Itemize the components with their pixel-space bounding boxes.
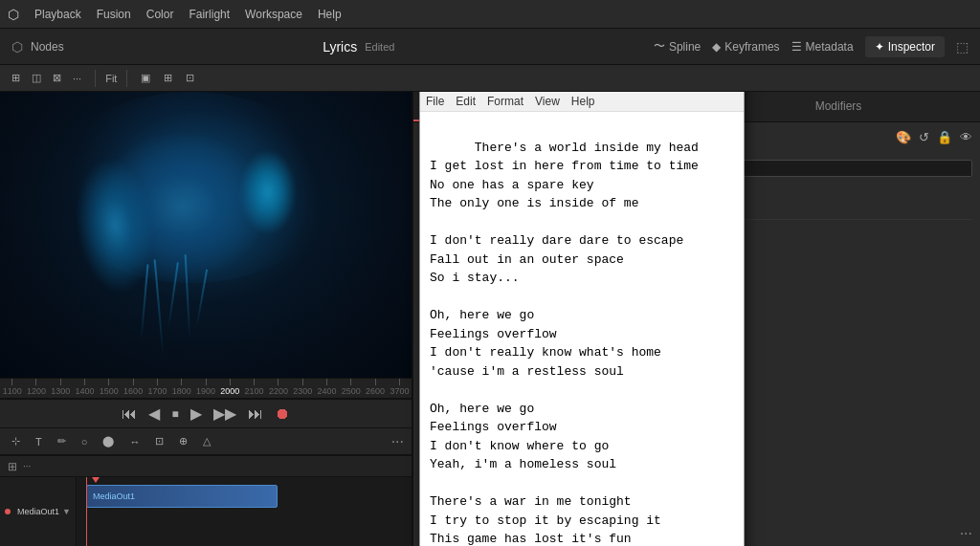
np-file-menu[interactable]: File (426, 95, 444, 108)
menu-fairlight[interactable]: Fairlight (189, 8, 230, 21)
notepad-content[interactable]: There's a world inside my head I get los… (420, 112, 744, 546)
crop-tool-button[interactable]: ⊡ (151, 433, 167, 449)
np-edit-menu[interactable]: Edit (456, 95, 476, 108)
track-clip[interactable]: MediaOut1 (86, 485, 278, 508)
metadata-icon: ☰ (791, 40, 802, 54)
toolbar-separator (95, 70, 96, 87)
tb-more-icon[interactable]: ··· (69, 71, 85, 86)
track-main[interactable]: MediaOut1 (77, 477, 412, 546)
ruler-mark: 1300 (49, 379, 73, 396)
menu-help[interactable]: Help (318, 8, 342, 21)
menu-color[interactable]: Color (146, 8, 174, 21)
node-color-picker-icon[interactable]: 🎨 (896, 130, 911, 144)
menu-playback[interactable]: Playback (34, 8, 81, 21)
ruler-mark: 2100 (242, 379, 266, 396)
tb-checkerboard-icon[interactable]: ⊠ (49, 70, 65, 86)
preview-canvas (0, 92, 412, 378)
tb-view-icon[interactable]: ◫ (28, 70, 45, 86)
text-tool-button[interactable]: T (32, 434, 46, 449)
ruler-mark: 2400 (315, 379, 339, 396)
video-preview (0, 92, 412, 378)
menu-fusion[interactable]: Fusion (97, 8, 131, 21)
inspector-button[interactable]: ✦ Inspector (865, 36, 945, 57)
metadata-button[interactable]: ☰ Metadata (791, 40, 854, 54)
inspector-icon: ✦ (875, 40, 884, 54)
prev-frame-button[interactable]: ◀ (148, 404, 160, 423)
play-button[interactable]: ▶ (190, 404, 202, 423)
next-frame-button[interactable]: ▶▶ (213, 404, 236, 423)
tb-layout-icon[interactable]: ⊞ (160, 70, 176, 86)
node-reset-icon[interactable]: ↺ (919, 130, 929, 144)
menu-workspace[interactable]: Workspace (245, 8, 302, 21)
skip-back-button[interactable]: ⏮ (122, 405, 137, 423)
np-view-menu[interactable]: View (535, 95, 560, 108)
main-area: 1100 1200 1300 1400 1500 1600 1700 1800 … (0, 92, 980, 546)
spline-button[interactable]: 〜 Spline (654, 38, 701, 55)
tb-grid-icon[interactable]: ⊞ (8, 70, 24, 86)
playhead (86, 477, 87, 546)
np-format-menu[interactable]: Format (487, 95, 523, 108)
tools-more-button[interactable]: ··· (391, 433, 404, 450)
node-action-icons: 🎨 ↺ 🔒 👁 (896, 130, 972, 144)
edited-badge: Edited (365, 41, 394, 53)
paint-tool-button[interactable]: ⬤ (99, 433, 118, 449)
shape-tool-button[interactable]: △ (199, 433, 214, 449)
nodes-label[interactable]: Nodes (31, 40, 64, 54)
ruler-mark: 1500 (97, 379, 121, 396)
ruler-mark: 1100 (0, 379, 24, 396)
lasso-tool-button[interactable]: ○ (78, 434, 92, 449)
track-label: MediaOut1 (17, 507, 59, 516)
maximize-icon[interactable]: ⬚ (956, 39, 969, 55)
skip-forward-button[interactable]: ⏭ (248, 405, 263, 423)
page-title: Lyrics (323, 39, 357, 55)
ruler-mark: 1400 (73, 379, 97, 396)
lyrics-text: There's a world inside my head I get los… (430, 141, 699, 547)
ruler-mark: 1600 (121, 379, 145, 396)
menu-bar: ⬡ Playback Fusion Color Fairlight Worksp… (0, 0, 980, 29)
timeline-header-label: ··· (23, 461, 31, 471)
ruler-mark: 1900 (193, 379, 217, 396)
transform-tool-button[interactable]: ↔ (125, 434, 144, 449)
record-button[interactable]: ⏺ (275, 405, 290, 423)
node-visibility-icon[interactable]: 👁 (960, 130, 972, 144)
left-panel: 1100 1200 1300 1400 1500 1600 1700 1800 … (0, 92, 412, 546)
ruler-mark: 2300 (291, 379, 315, 396)
node-lock-icon[interactable]: 🔒 (937, 130, 952, 144)
ruler-mark: 2200 (266, 379, 290, 396)
stop-button[interactable]: ■ (171, 407, 178, 421)
timeline-header-row: ⊞ ··· (0, 456, 412, 477)
inspector-more[interactable]: ··· (960, 525, 972, 542)
notepad-window: Fleurs-douces-homeless-soul-lyrics - Not… (419, 92, 745, 546)
toolbar-separator-2 (126, 70, 127, 87)
playhead-triangle (92, 477, 100, 483)
spline-icon: 〜 (654, 38, 665, 55)
select-tool-button[interactable]: ⊹ (8, 433, 24, 449)
bottom-toolbar: ⊹ T ✏ ○ ⬤ ↔ ⊡ ⊕ △ ··· (0, 427, 412, 454)
timeline-bottom: ⊞ ··· MediaOut1 ▼ MediaOut1 (0, 454, 412, 546)
timeline-ruler: 1100 1200 1300 1400 1500 1600 1700 1800 … (0, 378, 412, 399)
ruler-mark: 2600 (363, 379, 387, 396)
ruler-mark: 1800 (169, 379, 193, 396)
keyframes-icon: ◆ (712, 40, 721, 54)
timeline-header-icon: ⊞ (8, 460, 17, 473)
fit-label[interactable]: Fit (105, 73, 117, 84)
keyframes-button[interactable]: ◆ Keyframes (712, 40, 779, 54)
ruler-mark: 2500 (339, 379, 363, 396)
tb-extra-icon[interactable]: ⊡ (182, 70, 198, 86)
ruler-mark: 3700 (388, 379, 412, 396)
header: ⬡ Nodes Lyrics Edited 〜 Spline ◆ Keyfram… (0, 29, 980, 65)
ruler-mark: 2000 (218, 379, 242, 396)
draw-tool-button[interactable]: ✏ (54, 433, 70, 449)
clone-tool-button[interactable]: ⊕ (175, 433, 191, 449)
tb-size-icon[interactable]: ▣ (137, 70, 154, 86)
timeline-track-area: MediaOut1 ▼ MediaOut1 (0, 477, 412, 546)
toolbar: ⊞ ◫ ⊠ ··· Fit ▣ ⊞ ⊡ (0, 65, 980, 92)
transport-controls: ⏮ ◀ ■ ▶ ▶▶ ⏭ ⏺ (0, 399, 412, 427)
track-side: MediaOut1 ▼ (0, 477, 77, 546)
notepad-menubar: File Edit Format View Help (420, 92, 744, 112)
track-options-icon[interactable]: ▼ (62, 507, 71, 516)
app-logo-icon: ⬡ (8, 7, 19, 22)
np-help-menu[interactable]: Help (571, 95, 595, 108)
ruler-mark: 1700 (145, 379, 169, 396)
nodes-icon: ⬡ (11, 39, 23, 55)
